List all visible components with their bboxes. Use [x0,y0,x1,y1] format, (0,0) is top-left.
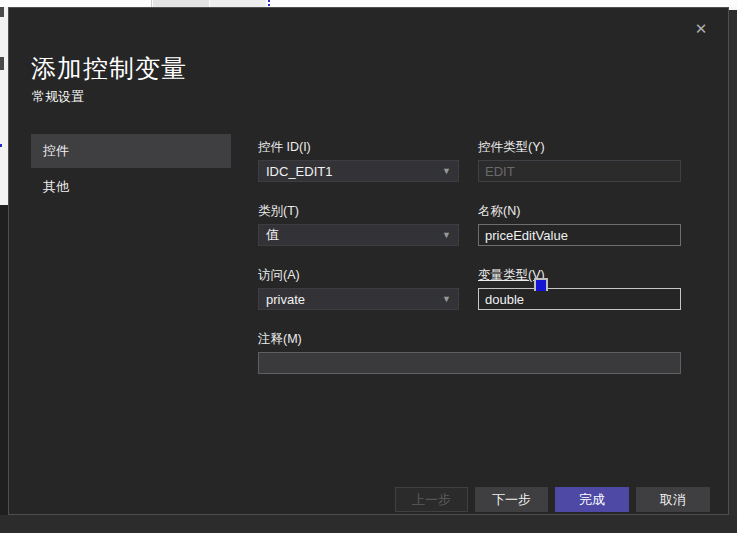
background-icon-fragment [0,7,4,17]
sidebar-item-controls[interactable]: 控件 [31,134,231,168]
background-app-bottom-strip [0,515,737,533]
category-label: 类别(T) [258,203,459,220]
background-app-top-strip [0,0,737,7]
variable-type-label: 变量类型(V) [478,267,681,284]
background-toolbar-segment [210,0,266,7]
background-app-left-strip [0,7,8,205]
name-field[interactable] [478,224,681,246]
control-type-field [478,160,681,182]
background-toolbar-segment [153,0,209,7]
access-label: 访问(A) [258,267,459,284]
background-app-left-dark-strip [0,205,8,515]
cancel-button[interactable]: 取消 [636,487,710,512]
next-button[interactable]: 下一步 [475,487,548,512]
close-icon[interactable]: ✕ [692,20,710,38]
sidebar-item-label: 其他 [43,178,69,196]
category-combobox[interactable]: 值 ▼ [258,224,459,246]
control-id-combobox[interactable]: IDC_EDIT1 ▼ [258,160,459,182]
sidebar-item-other[interactable]: 其他 [31,172,231,202]
finish-button[interactable]: 完成 [555,487,629,512]
chevron-down-icon: ▼ [442,167,451,176]
comment-field[interactable] [258,352,681,374]
chevron-down-icon: ▼ [442,295,451,304]
focus-adorner-icon [534,278,548,291]
background-app-right-strip [729,10,737,515]
previous-button[interactable]: 上一步 [395,487,468,512]
control-type-label: 控件类型(Y) [478,139,681,156]
chevron-down-icon: ▼ [442,231,451,240]
name-label: 名称(N) [478,203,681,220]
background-blue-marker [268,0,270,7]
background-toolbar-segment [0,0,152,7]
screen: ✕ 添加控制变量 常规设置 控件 其他 控件 ID(I) IDC_EDIT1 ▼… [0,0,737,533]
dialog-subtitle: 常规设置 [32,88,84,106]
variable-type-field[interactable] [478,288,681,310]
control-id-label: 控件 ID(I) [258,139,459,156]
category-value: 值 [266,226,279,244]
access-value: private [266,292,305,307]
access-combobox[interactable]: private ▼ [258,288,459,310]
background-blue-marker [0,144,2,147]
sidebar-item-label: 控件 [43,142,69,160]
background-icon-fragment [0,57,4,70]
control-id-value: IDC_EDIT1 [266,164,332,179]
dialog-title: 添加控制变量 [31,52,187,85]
add-control-variable-dialog: ✕ 添加控制变量 常规设置 控件 其他 控件 ID(I) IDC_EDIT1 ▼… [8,7,729,515]
comment-label: 注释(M) [258,331,459,348]
